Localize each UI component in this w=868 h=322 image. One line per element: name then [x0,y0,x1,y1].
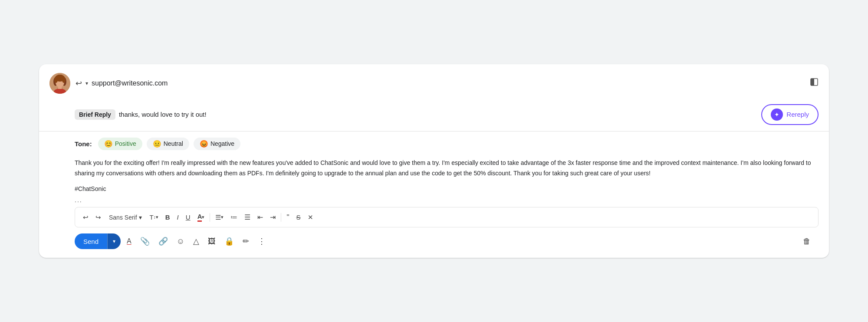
expand-icon[interactable] [810,78,819,89]
trash-button[interactable]: 🗑 [800,234,813,249]
tone-positive-chip[interactable]: 😊 Positive [98,138,142,150]
font-color-button[interactable]: A ▾ [195,211,207,223]
svg-rect-11 [811,79,814,85]
indent-increase-button[interactable]: ⇥ [267,211,278,223]
align-icon: ☰ [215,214,221,221]
rereply-icon: ✦ [771,108,783,121]
pen-button[interactable]: ✏ [240,234,252,249]
undo-button[interactable]: ↩ [80,212,91,223]
align-button[interactable]: ☰ ▾ [213,212,226,223]
drive-icon: △ [193,237,199,246]
heading-dropdown-icon: ▾ [156,214,158,220]
link-icon: 🔗 [158,237,168,246]
rereply-button[interactable]: ✦ Rereply [761,104,819,125]
tone-negative-chip[interactable]: 😡 Negative [194,138,240,150]
font-family-label: Sans Serif [109,214,137,221]
format-text-icon: A [127,237,132,245]
font-family-selector[interactable]: Sans Serif ▾ [105,212,145,223]
brief-row: Brief Reply thanks, would love to try it… [39,101,829,131]
font-color-icon: A [197,213,202,222]
drive-button[interactable]: △ [191,234,202,249]
negative-emoji: 😡 [200,140,208,148]
brief-text: thanks, would love to try it out! [119,111,758,118]
hashtag: #ChatSonic [39,181,829,195]
header-row: ↩ ▾ support@writesonic.com [39,64,829,101]
bold-button[interactable]: B [163,212,173,223]
underline-button[interactable]: U [183,212,193,223]
bullet-list-icon: ☰ [244,213,250,221]
strikethrough-icon: S [296,214,301,221]
svg-rect-9 [58,86,62,89]
clear-format-button[interactable]: ✕ [305,212,316,223]
brief-badge: Brief Reply [75,109,115,120]
neutral-emoji: 😐 [153,140,161,148]
avatar [49,73,70,94]
positive-emoji: 😊 [104,140,113,148]
send-button-group: Send ▾ [75,233,121,249]
email-meta: ↩ ▾ support@writesonic.com [76,79,805,88]
clear-format-icon: ✕ [308,214,313,221]
tone-label: Tone: [75,140,92,148]
indent-decrease-icon: ⇤ [257,213,263,221]
negative-label: Negative [210,140,234,147]
lock-icon: 🔒 [224,237,234,246]
tone-row: Tone: 😊 Positive 😐 Neutral 😡 Negative [39,131,829,154]
send-button[interactable]: Send [75,233,107,249]
photo-icon: 🖼 [208,237,216,246]
indent-increase-icon: ⇥ [270,213,276,221]
redo-button[interactable]: ↪ [93,212,104,223]
rereply-label: Rereply [786,111,809,118]
svg-point-7 [62,77,66,83]
from-address: support@writesonic.com [92,79,168,87]
positive-label: Positive [115,140,136,147]
indent-decrease-button[interactable]: ⇤ [255,211,266,223]
heading-button[interactable]: T↕ ▾ [147,212,161,223]
font-color-dropdown-icon: ▾ [202,214,204,220]
attach-button[interactable]: 📎 [138,234,152,249]
trash-icon: 🗑 [803,237,811,246]
heading-icon: T [150,214,154,221]
strikethrough-button[interactable]: S [294,212,303,223]
emoji-button[interactable]: ☺ [174,234,187,249]
svg-point-6 [54,77,58,83]
email-compose-window: ↩ ▾ support@writesonic.com Brief Reply t… [39,64,829,258]
tone-neutral-chip[interactable]: 😐 Neutral [147,138,189,150]
emoji-icon: ☺ [177,237,184,246]
dots-row: ··· [39,195,829,205]
pen-icon: ✏ [243,237,249,246]
numbered-list-button[interactable]: ≔ [228,211,240,223]
italic-button[interactable]: I [174,212,181,223]
formatting-toolbar: ↩ ↪ Sans Serif ▾ T↕ ▾ B I U A ▾ ☰ ▾ ≔ ☰ … [75,207,819,227]
lock-button[interactable]: 🔒 [222,234,237,249]
font-family-dropdown-icon: ▾ [139,214,142,221]
more-dots[interactable]: ··· [75,198,82,205]
trash-area: 🗑 [800,234,819,249]
align-dropdown-icon: ▾ [221,214,224,220]
link-button[interactable]: 🔗 [156,234,171,249]
toolbar-divider-2 [281,213,281,222]
more-options-button[interactable]: ⋮ [255,234,268,249]
photo-button[interactable]: 🖼 [205,234,218,249]
blockquote-button[interactable]: " [284,211,292,223]
attach-icon: 📎 [140,237,150,246]
back-icon[interactable]: ↩ [76,79,82,88]
dropdown-arrow-icon[interactable]: ▾ [85,80,88,86]
neutral-label: Neutral [164,140,183,147]
format-text-button[interactable]: A [124,235,134,248]
bullet-list-button[interactable]: ☰ [242,211,253,223]
action-row: Send ▾ A 📎 🔗 ☺ △ 🖼 🔒 ✏ ⋮ [39,227,829,258]
numbered-list-icon: ≔ [230,213,237,221]
more-options-icon: ⋮ [258,237,266,246]
send-dropdown-button[interactable]: ▾ [107,233,121,249]
email-body: Thank you for the exciting offer! I'm re… [39,154,829,181]
blockquote-icon: " [286,213,289,222]
toolbar-divider-1 [210,213,210,222]
